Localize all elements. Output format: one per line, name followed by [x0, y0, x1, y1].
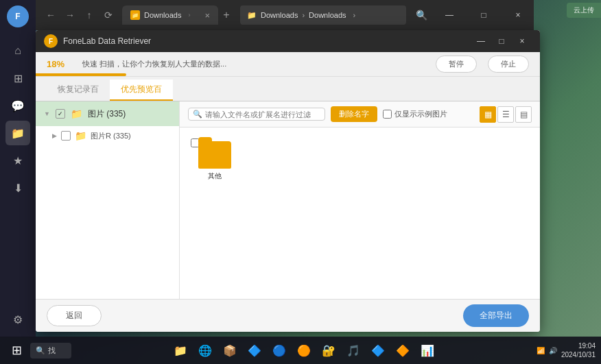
desktop-sidebar: F ⌂ ⊞ 💬 📁 ★ ⬇ ⚙ [0, 0, 36, 337]
app-tab-bar: 恢复记录百 优先预览百 [36, 77, 540, 101]
taskbar-icon-music[interactable]: 🎵 [342, 339, 364, 361]
sidebar-icon-chat[interactable]: 💬 [5, 93, 30, 118]
app-content: ▼ ✓ 📁 图片 (335) ▶ 📁 图片R (335) 🔍 删除名字 [36, 101, 540, 299]
clock-date: 2024/10/31 [561, 350, 596, 359]
app-logo: F [44, 34, 58, 48]
main-panel: 🔍 删除名字 仅显示示例图片 ▦ ☰ ▤ [180, 101, 540, 299]
close-btn[interactable]: × [502, 4, 534, 26]
browser-forward-btn[interactable]: → [60, 5, 80, 25]
maximize-btn[interactable]: □ [468, 4, 499, 26]
taskbar-tray: 📶 🔊 19:04 2024/10/31 [537, 341, 596, 359]
progress-text: 快速 扫描，让你个力恢复别人大量的数据... [82, 59, 425, 69]
app-bottom-bar: 返回 全部导出 [36, 299, 540, 332]
app-win-controls: — □ × [471, 32, 532, 51]
corner-upload-btn[interactable]: 云上传 [567, 3, 601, 18]
browser-back-btn[interactable]: ← [41, 5, 60, 25]
taskbar-icon-files[interactable]: 📁 [169, 339, 191, 361]
show-checkbox[interactable] [383, 110, 392, 119]
app-close-btn[interactable]: × [512, 32, 532, 51]
tab-favicon: 📁 [130, 10, 140, 20]
item-expand-icon: ▶ [52, 132, 57, 139]
sidebar-item-pictures[interactable]: ▶ 📁 图片R (335) [36, 126, 179, 145]
tray-network-icon: 📶 [537, 347, 545, 354]
item-folder-icon: 📁 [75, 130, 86, 141]
taskbar-icon-app5[interactable]: 🔶 [392, 339, 414, 361]
tab-recent[interactable]: 恢复记录百 [47, 80, 110, 101]
browser-refresh-btn[interactable]: ⟳ [99, 5, 118, 25]
taskbar-search-label: 找 [48, 345, 56, 356]
taskbar-search-icon: 🔍 [36, 346, 45, 355]
search-box[interactable]: 🔍 [188, 108, 325, 121]
sidebar-icon-files[interactable]: 📁 [5, 121, 30, 145]
app-minimize-btn[interactable]: — [471, 32, 491, 51]
app-title: FoneLab Data Retriever [63, 36, 466, 46]
folder-icon-large [198, 141, 231, 169]
folder-icon-sm: 📁 [71, 108, 82, 119]
search-input[interactable] [205, 110, 320, 119]
taskbar-icon-app3[interactable]: 🟠 [293, 339, 315, 361]
item-checkbox[interactable] [61, 131, 71, 141]
progress-bar-fill [36, 73, 126, 76]
sidebar-icon-download[interactable]: ⬇ [5, 175, 30, 200]
sidebar-icon-apps[interactable]: ⊞ [5, 66, 30, 90]
taskbar-icon-store[interactable]: 📦 [219, 339, 241, 361]
sidebar-item-label: 图片R (335) [91, 131, 131, 141]
taskbar-search[interactable]: 🔍 找 [30, 343, 71, 359]
taskbar-icon-security[interactable]: 🔐 [318, 339, 340, 361]
start-btn[interactable]: ⊞ [5, 339, 27, 361]
show-checkbox-label[interactable]: 仅显示示例图片 [383, 109, 447, 119]
filter-btn[interactable]: 删除名字 [331, 106, 377, 122]
browser-titlebar: ← → ↑ ⟳ 📁 Downloads › × + 📁 Downloads › … [36, 0, 534, 30]
progress-area: 18% 快速 扫描，让你个力恢复别人大量的数据... 暂停 停止 [36, 52, 540, 77]
tab-close-btn[interactable]: × [204, 10, 210, 21]
view-list-btn[interactable]: ☰ [497, 106, 514, 123]
tab-deep[interactable]: 优先预览百 [110, 80, 173, 101]
pause-btn[interactable]: 暂停 [436, 56, 477, 73]
view-detail-btn[interactable]: ▤ [515, 106, 532, 123]
address-sub: Downloads [309, 11, 346, 19]
file-item-folder[interactable]: 其他 [191, 138, 239, 184]
content-toolbar: 🔍 删除名字 仅显示示例图片 ▦ ☰ ▤ [180, 101, 540, 128]
app-maximize-btn[interactable]: □ [492, 32, 511, 51]
sidebar-icon-settings[interactable]: ⚙ [5, 307, 30, 332]
sidebar-icon-home[interactable]: ⌂ [5, 38, 30, 63]
taskbar-icon-browser[interactable]: 🌐 [194, 339, 216, 361]
address-text: Downloads [261, 11, 298, 19]
avatar[interactable]: F [7, 5, 29, 27]
taskbar-icons: 📁 🌐 📦 🔷 🔵 🟠 🔐 🎵 🔷 🔶 📊 [74, 339, 534, 361]
view-grid-btn[interactable]: ▦ [480, 106, 496, 123]
browser-up-btn[interactable]: ↑ [80, 5, 99, 25]
taskbar-icon-data[interactable]: 📊 [416, 339, 438, 361]
search-btn[interactable]: 🔍 [412, 5, 431, 25]
search-icon: 🔍 [193, 110, 202, 119]
taskbar-time[interactable]: 19:04 2024/10/31 [561, 341, 596, 359]
tab-label: Downloads [144, 11, 181, 19]
folder-name: 其他 [208, 171, 222, 181]
back-btn[interactable]: 返回 [47, 305, 102, 326]
sidebar-header-label: 图片 (335) [88, 108, 126, 120]
taskbar-icon-app4[interactable]: 🔷 [367, 339, 389, 361]
sidebar-header-pictures[interactable]: ▼ ✓ 📁 图片 (335) [36, 101, 179, 126]
export-btn[interactable]: 全部导出 [463, 304, 529, 327]
address-sep: › [302, 11, 305, 19]
show-label: 仅显示示例图片 [394, 109, 447, 119]
fonelab-window: F FoneLab Data Retriever — □ × 18% 快速 扫描… [36, 30, 540, 332]
stop-btn[interactable]: 停止 [488, 56, 529, 73]
header-checkbox[interactable]: ✓ [56, 109, 65, 119]
file-sidebar: ▼ ✓ 📁 图片 (335) ▶ 📁 图片R (335) [36, 101, 180, 299]
app-titlebar: F FoneLab Data Retriever — □ × [36, 30, 540, 52]
sidebar-icon-favorites[interactable]: ★ [5, 148, 30, 173]
view-btn-group: ▦ ☰ ▤ [480, 106, 532, 123]
taskbar: ⊞ 🔍 找 📁 🌐 📦 🔷 🔵 🟠 🔐 🎵 🔷 🔶 📊 📶 🔊 19:04 20… [0, 337, 601, 364]
clock-time: 19:04 [561, 341, 596, 350]
address-bar[interactable]: 📁 Downloads › Downloads › [240, 5, 406, 25]
browser-tab-downloads[interactable]: 📁 Downloads › × [122, 5, 218, 25]
new-tab-btn[interactable]: + [218, 7, 235, 23]
minimize-btn[interactable]: — [434, 4, 465, 26]
file-area: 其他 [180, 128, 540, 299]
address-refresh-icon: › [353, 11, 356, 19]
file-grid: 其他 [191, 138, 529, 184]
taskbar-icon-app1[interactable]: 🔷 [244, 339, 266, 361]
progress-percent: 18% [47, 59, 71, 69]
taskbar-icon-app2[interactable]: 🔵 [268, 339, 290, 361]
